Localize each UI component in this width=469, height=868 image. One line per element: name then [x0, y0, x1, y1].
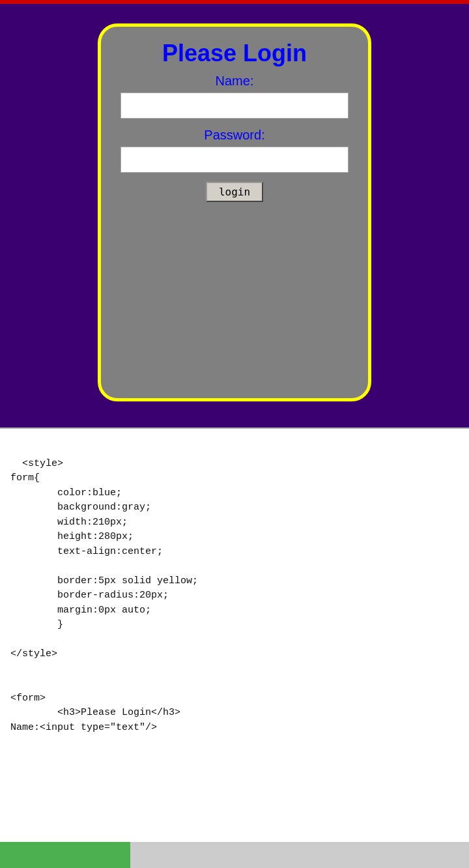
password-input[interactable] [121, 147, 348, 173]
form-title: Please Login [121, 40, 348, 67]
password-label: Password: [121, 128, 348, 143]
code-section: <style> form{ color:blue; background:gra… [0, 427, 469, 842]
bottom-bar [0, 842, 130, 868]
name-input[interactable] [121, 93, 348, 119]
name-label: Name: [121, 74, 348, 89]
preview-section: Please Login Name: Password: [0, 4, 469, 427]
login-form: Please Login Name: Password: [98, 23, 371, 401]
login-button[interactable] [206, 182, 263, 202]
code-content: <style> form{ color:blue; background:gra… [10, 458, 198, 733]
